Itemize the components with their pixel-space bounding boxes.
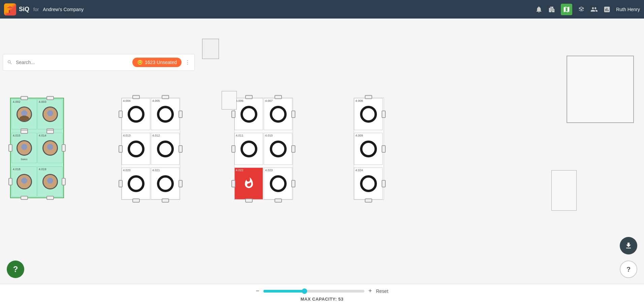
app-logo bbox=[4, 3, 16, 16]
fire-icon bbox=[243, 177, 255, 190]
search-icon bbox=[7, 60, 12, 65]
empty-desk-circle-4011 bbox=[240, 141, 257, 157]
person-avatar-4019 bbox=[42, 174, 58, 189]
capacity-slider[interactable] bbox=[263, 290, 364, 293]
person-avatar-4014 bbox=[42, 140, 58, 156]
room-outline-top-right bbox=[567, 56, 634, 123]
desk-4006[interactable]: 4.006 bbox=[234, 98, 263, 130]
desk-4012-label: 4.012 bbox=[152, 134, 160, 137]
slider-row: − + Reset bbox=[256, 287, 388, 295]
chair-left bbox=[8, 178, 12, 185]
desk-4024-label: 4.024 bbox=[355, 169, 363, 172]
chair bbox=[291, 111, 295, 118]
chair bbox=[275, 95, 282, 99]
empty-desk-circle-4013 bbox=[128, 141, 144, 157]
more-options-icon[interactable]: ⋮ bbox=[185, 59, 190, 66]
empty-desk-circle-4004 bbox=[128, 106, 144, 123]
desk-4009[interactable]: 4.009 bbox=[354, 133, 383, 165]
desk-4020[interactable]: 4.020 bbox=[122, 167, 150, 200]
reset-button[interactable]: Reset bbox=[376, 288, 388, 294]
svg-rect-2 bbox=[9, 10, 10, 13]
chair-bottom bbox=[46, 196, 54, 200]
desk-4015[interactable]: 4.015 Sales bbox=[11, 133, 37, 163]
desk-cluster-2: 4.004 4.005 4.013 4.012 bbox=[121, 98, 180, 200]
empty-desk-circle-4020 bbox=[128, 175, 144, 192]
desk-cluster-4: 4.008 4.009 4.024 bbox=[354, 98, 384, 200]
help-button-right[interactable]: ? bbox=[620, 261, 637, 278]
slider-decrease-button[interactable]: − bbox=[256, 287, 259, 295]
chair bbox=[119, 111, 123, 118]
map-active-icon[interactable] bbox=[561, 4, 572, 15]
desk-4024[interactable]: 4.024 bbox=[354, 167, 383, 200]
download-button[interactable] bbox=[620, 237, 637, 254]
desk-cluster-sales: 4.002 4.003 bbox=[10, 98, 64, 198]
desk-4013-label: 4.013 bbox=[123, 134, 131, 137]
desk-4014[interactable]: 4.014 bbox=[37, 133, 63, 163]
top-nav-right: Ruth Henry bbox=[535, 4, 640, 15]
buildings-icon[interactable] bbox=[548, 6, 555, 13]
app-name-label: SiQ bbox=[19, 6, 29, 13]
small-room bbox=[202, 39, 219, 59]
help-left-icon: ? bbox=[13, 265, 18, 274]
desk-4003-label: 4.003 bbox=[39, 100, 46, 103]
chair bbox=[382, 145, 386, 153]
chair bbox=[119, 145, 123, 153]
chair-left bbox=[8, 144, 12, 152]
desk-4010[interactable]: 4.010 bbox=[264, 133, 292, 165]
desk-4003[interactable]: 4.003 bbox=[37, 99, 63, 129]
desk-4013[interactable]: 4.013 bbox=[122, 133, 150, 165]
people-icon[interactable] bbox=[590, 6, 598, 13]
desk-cluster-3: 4.006 4.007 4.011 4.010 bbox=[234, 98, 293, 200]
empty-desk-circle-4009 bbox=[360, 141, 377, 157]
app-brand: SiQ for Andrew's Company bbox=[4, 3, 84, 16]
alert-icon[interactable] bbox=[535, 6, 543, 13]
chair-top bbox=[21, 96, 28, 100]
desk-4002[interactable]: 4.002 bbox=[11, 99, 37, 129]
chair bbox=[179, 111, 183, 118]
desk-4009-label: 4.009 bbox=[355, 134, 363, 137]
floor-plan: 😊 1623 Unseated ⋮ 4.002 bbox=[0, 19, 644, 305]
help-button-left[interactable]: ? bbox=[7, 261, 24, 278]
desk-4007[interactable]: 4.007 bbox=[264, 98, 292, 130]
desk-4022[interactable]: 4.022 bbox=[234, 167, 263, 200]
empty-desk-circle-4023 bbox=[270, 175, 287, 192]
cube-icon[interactable] bbox=[578, 6, 585, 13]
desk-4023[interactable]: 4.023 bbox=[264, 167, 292, 200]
chair bbox=[365, 199, 372, 203]
right-room-outline bbox=[551, 170, 577, 211]
search-input[interactable] bbox=[16, 60, 129, 65]
svg-marker-1 bbox=[7, 6, 13, 8]
empty-desk-circle-4008 bbox=[360, 106, 377, 123]
desk-4005[interactable]: 4.005 bbox=[151, 98, 180, 130]
person-avatar-4018 bbox=[17, 174, 32, 189]
chair bbox=[275, 199, 282, 203]
desk-4012[interactable]: 4.012 bbox=[151, 133, 180, 165]
empty-desk-circle-4005 bbox=[157, 106, 174, 123]
unseated-smiley-icon: 😊 bbox=[137, 60, 143, 65]
desk-4002-label: 4.002 bbox=[13, 100, 21, 103]
analytics-icon[interactable] bbox=[603, 6, 611, 13]
download-icon bbox=[624, 242, 633, 250]
chair bbox=[132, 95, 140, 99]
empty-desk-circle-4007 bbox=[270, 106, 287, 123]
desk-4008[interactable]: 4.008 bbox=[354, 98, 383, 130]
desk-4019[interactable]: 4.019 bbox=[37, 166, 63, 197]
empty-desk-circle-4021 bbox=[157, 175, 174, 192]
empty-desk-circle-4024 bbox=[360, 175, 377, 192]
chair bbox=[365, 95, 372, 99]
chair bbox=[291, 180, 295, 187]
desk-4005-label: 4.005 bbox=[152, 99, 160, 102]
desk-4004[interactable]: 4.004 bbox=[122, 98, 150, 130]
desk-4018[interactable]: 4.018 bbox=[11, 166, 37, 197]
desk-4021-label: 4.021 bbox=[152, 169, 160, 172]
unseated-button[interactable]: 😊 1623 Unseated bbox=[132, 58, 182, 67]
top-navigation: SiQ for Andrew's Company Ruth Henry bbox=[0, 0, 644, 19]
desk-4011-label: 4.011 bbox=[236, 134, 244, 137]
max-capacity-label: MAX CAPACITY: 53 bbox=[300, 297, 343, 302]
company-name: Andrew's Company bbox=[43, 7, 84, 12]
user-name[interactable]: Ruth Henry bbox=[616, 7, 640, 12]
slider-increase-button[interactable]: + bbox=[368, 287, 372, 295]
slider-fill bbox=[263, 290, 304, 293]
desk-4021[interactable]: 4.021 bbox=[151, 167, 180, 200]
desk-4011[interactable]: 4.011 bbox=[234, 133, 263, 165]
